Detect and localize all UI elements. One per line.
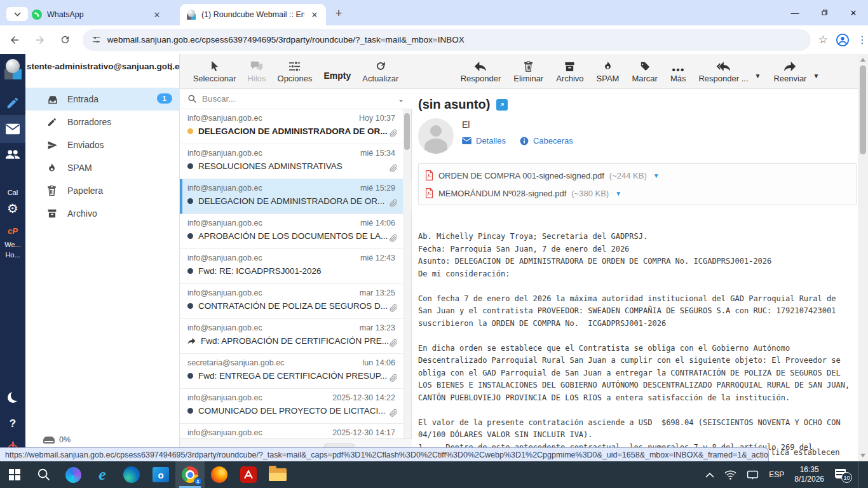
internet-explorer-button[interactable]: e [88,461,117,488]
email-list-item[interactable]: info@sanjuan.gob.ec2025-12-30 14:17 [180,424,412,438]
select-button[interactable]: Seleccionar [193,59,236,83]
forward-button[interactable] [29,29,51,51]
file-explorer-button[interactable] [263,461,292,488]
folder-item-spam[interactable]: SPAM [25,156,180,179]
clock[interactable]: 16:35 8/1/2026 [794,465,824,484]
tab-close-icon[interactable]: ✕ [152,10,162,20]
minimize-button[interactable]: — [780,0,810,25]
settings-gear-icon[interactable]: ⚙ [0,200,25,217]
message-scrollbar[interactable] [858,54,868,461]
calendar-label[interactable]: Cal [0,187,25,198]
email-sender: secretaria@sanjuan.gob.ec [187,358,284,367]
attachment-item[interactable]: MEMORÁNDUM Nº028-signed.pdf (~380 KB) ▼ [425,184,850,202]
wifi-icon[interactable] [724,470,736,480]
browser-menu-icon[interactable]: ⋮ [857,34,868,46]
account-menu-icon[interactable]: ⋮ [167,62,175,71]
folder-item-borradores[interactable]: Borradores [25,111,180,133]
email-list-item[interactable]: info@sanjuan.gob.ecHoy 10:37 DELEGACION … [180,109,412,144]
email-list-item[interactable]: secretaria@sanjuan.gob.eclun 14:06 Fwd: … [180,354,412,389]
maximize-button[interactable] [810,0,839,25]
address-bar[interactable]: webmail.sanjuan.gob.ec/cpsess6397494695/… [83,29,811,51]
folder-item-enviados[interactable]: Enviados [25,133,180,156]
forward-icon [783,59,796,72]
edge-button[interactable] [117,461,146,488]
forward-button[interactable]: Reenviar [773,59,806,83]
list-scrollbar-thumb[interactable] [404,113,410,150]
contacts-icon[interactable] [0,145,25,164]
taskbar-search-button[interactable] [29,461,58,488]
spam-button[interactable]: SPAM [597,59,620,83]
email-sender: info@sanjuan.gob.ec [187,288,262,297]
cpanel-icon[interactable]: cP [0,224,25,237]
notifications-button[interactable]: 10 [834,469,848,480]
firefox-button[interactable] [205,461,234,488]
mark-button[interactable]: Marcar [632,59,657,83]
search-icon [37,468,51,482]
search-input[interactable] [202,94,393,104]
webmail-home-label-1[interactable]: We... [0,240,25,249]
reply-all-label: Responder ... [698,74,748,83]
refresh-button[interactable]: Actualizar [362,59,398,83]
email-list-item[interactable]: info@sanjuan.gob.ecmar 13:25 CONTRATACIÓ… [180,284,412,319]
compose-button[interactable] [0,93,25,112]
profile-icon[interactable] [836,33,850,47]
unread-dot [187,233,193,239]
back-button[interactable] [4,29,25,51]
details-link[interactable]: Detalles [462,136,506,146]
mail-icon[interactable] [0,118,25,140]
archive-button[interactable]: Archivo [556,59,583,83]
tab-search-button[interactable] [6,7,28,21]
email-list-item[interactable]: info@sanjuan.gob.ecmié 14:06 APROBACIÓN … [180,214,412,249]
folder-item-archivo[interactable]: Archivo [25,202,180,225]
tab-whatsapp[interactable]: WhatsApp ✕ [25,4,168,25]
webmail-home-label-2[interactable]: Ho... [0,250,25,259]
more-button[interactable]: Más [670,59,686,83]
email-list-item[interactable]: info@sanjuan.gob.ecmié 15:34 RESOLUCIONE… [180,144,412,179]
email-list-item-selected[interactable]: info@sanjuan.gob.ecmié 15:29 DELEGACION … [180,179,412,214]
scroll-down-arrow-icon[interactable] [860,454,865,458]
new-tab-button[interactable]: + [332,6,346,20]
reply-all-button[interactable]: Responder ... [698,59,748,83]
tray-expand-chevron-icon[interactable] [705,472,714,478]
site-settings-icon[interactable] [92,35,101,44]
display-cast-icon[interactable] [747,470,759,480]
scroll-up-arrow-icon[interactable] [860,58,865,62]
email-date: mié 15:29 [360,184,395,193]
threads-button[interactable]: Hilos [248,59,266,83]
copilot-button[interactable] [58,461,88,488]
folder-item-entrada[interactable]: Entrada 1 [25,88,180,111]
email-list-item[interactable]: info@sanjuan.gob.ecmar 13:23 Fwd: APROBA… [180,319,412,354]
message-scrollbar-thumb[interactable] [860,65,866,154]
options-button[interactable]: Opciones [278,59,313,83]
reload-button[interactable] [55,29,76,51]
outlook-button[interactable]: o [146,461,175,488]
open-in-new-window-icon[interactable] [496,99,508,111]
close-window-button[interactable]: ✕ [839,0,868,25]
attachment-menu-caret-icon[interactable]: ▼ [615,190,621,197]
tab-close-icon[interactable]: ✕ [309,10,320,20]
reply-button[interactable]: Responder [461,59,501,83]
dark-mode-moon-icon[interactable] [0,390,25,405]
tab-roundcube[interactable]: (1) Roundcube Webmail :: Entra ✕ [180,4,326,25]
folder-item-papelera[interactable]: Papelera [25,179,180,202]
attachment-item[interactable]: ORDEN DE COMPRA 001-signed-signed.pdf (~… [425,166,850,184]
acrobat-button[interactable] [234,461,263,488]
search-options-chevron-icon[interactable]: ⌄ [398,95,404,104]
forward-caret-icon[interactable]: ▼ [813,72,819,79]
show-desktop-button[interactable] [858,461,862,488]
help-icon[interactable]: ? [0,416,25,431]
attachment-menu-caret-icon[interactable]: ▼ [653,172,660,179]
delete-button[interactable]: Eliminar [513,59,543,83]
email-list-item[interactable]: info@sanjuan.gob.ecmié 12:43 Fwd: RE: IC… [180,249,412,284]
headers-link[interactable]: Cabeceras [520,136,573,146]
bookmark-icon[interactable]: ☆ [818,33,828,46]
cursor-arrow-icon [210,59,219,72]
reply-all-caret-icon[interactable]: ▼ [755,72,761,79]
start-button[interactable] [0,461,29,488]
language-indicator[interactable]: ESP [769,470,784,479]
email-list-item[interactable]: info@sanjuan.gob.ec2025-12-30 14:22 COMU… [180,389,412,424]
chrome-button-active[interactable] [175,461,205,488]
email-date: mar 13:23 [360,323,395,332]
list-scrollbar[interactable] [403,109,411,438]
empty-button[interactable]: Empty [323,62,351,81]
